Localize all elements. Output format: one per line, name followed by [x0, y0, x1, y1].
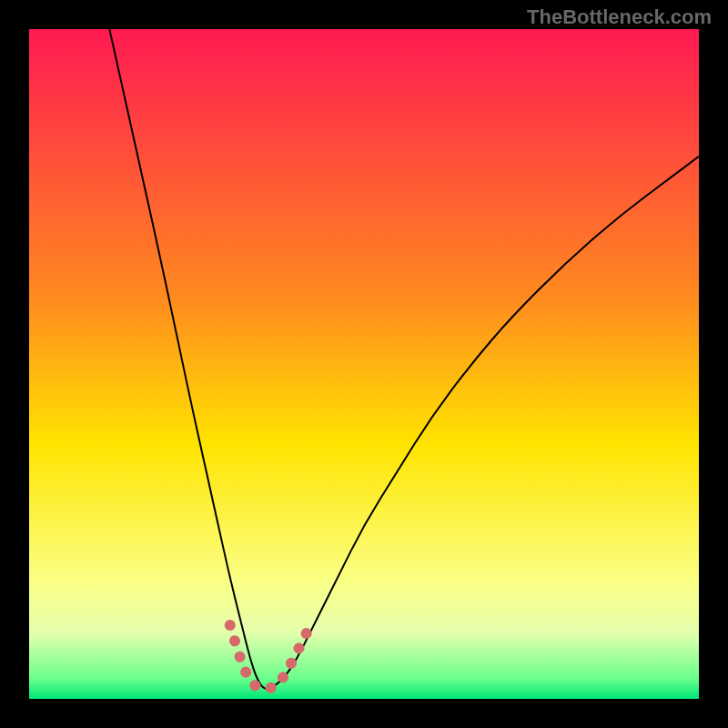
watermark-text: TheBottleneck.com [527, 5, 712, 29]
chart-frame: TheBottleneck.com [0, 0, 728, 728]
gradient-background [29, 29, 699, 699]
chart-svg [29, 29, 699, 699]
plot-area [29, 29, 699, 699]
